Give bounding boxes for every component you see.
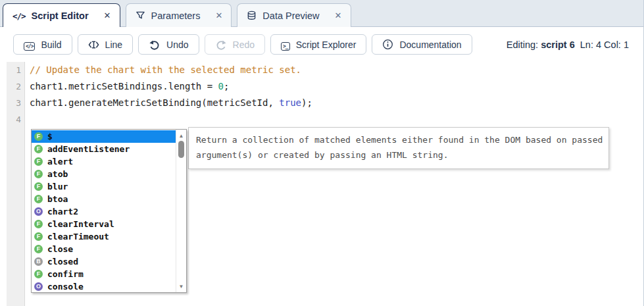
autocomplete-item[interactable]: Fbtoa bbox=[32, 193, 176, 205]
tooltip-line: Return a collection of matched elements … bbox=[196, 132, 601, 147]
token-keyword: true bbox=[279, 97, 301, 108]
toolbar-buttons: </>BuildLineUndoRedo>_Script ExplorerDoc… bbox=[13, 34, 507, 55]
token-plain: chart1.generateMetricSetBinding(metricSe… bbox=[30, 97, 279, 108]
toolbar: </>BuildLineUndoRedo>_Script ExplorerDoc… bbox=[0, 27, 643, 62]
button-label: Script Explorer bbox=[296, 39, 357, 50]
script-explorer-button[interactable]: >_Script Explorer bbox=[270, 34, 366, 55]
scroll-up-button[interactable]: ▲ bbox=[176, 131, 186, 140]
code-line[interactable] bbox=[30, 111, 643, 128]
autocomplete-item[interactable]: Fclose bbox=[32, 243, 176, 255]
close-icon[interactable]: ✕ bbox=[104, 11, 111, 20]
autocomplete-item[interactable]: Fconfirm bbox=[32, 268, 176, 280]
autocomplete-tooltip: Return a collection of matched elements … bbox=[188, 127, 609, 169]
line-number-gutter: 1234 bbox=[7, 62, 25, 306]
tab-label: Data Preview bbox=[262, 11, 319, 21]
button-label: Undo bbox=[166, 39, 188, 50]
autocomplete-item-label: blur bbox=[47, 182, 68, 191]
token-number: 0 bbox=[218, 81, 224, 91]
function-icon: F bbox=[34, 157, 43, 166]
undo-button[interactable]: Undo bbox=[138, 34, 199, 55]
function-icon: F bbox=[34, 132, 43, 141]
autocomplete-item[interactable]: Oconsole bbox=[32, 280, 176, 292]
autocomplete-item-label: console bbox=[47, 282, 84, 292]
tooltip-line: argument(s) or created by passing an HTM… bbox=[196, 147, 601, 163]
token-plain: ; bbox=[224, 81, 229, 91]
function-icon: F bbox=[34, 220, 43, 228]
editing-script-name: script 6 bbox=[541, 39, 575, 50]
line-number: 4 bbox=[7, 111, 21, 128]
function-icon: F bbox=[34, 232, 43, 241]
line-label: Ln: bbox=[575, 39, 596, 50]
autocomplete-item[interactable]: Ochart2 bbox=[32, 205, 176, 218]
button-label: Line bbox=[105, 39, 122, 50]
autocomplete-item-label: confirm bbox=[47, 269, 84, 279]
line-number: 3 bbox=[7, 95, 21, 111]
autocomplete-list: F$FaddEventListenerFalertFatobFblurFbtoa… bbox=[32, 130, 176, 292]
autocomplete-item[interactable]: Bclosed bbox=[32, 255, 176, 268]
line-number: 2 bbox=[7, 78, 21, 95]
autocomplete-item-label: clearInterval bbox=[47, 219, 114, 229]
code-line[interactable]: chart1.metricSetBindings.length = 0; bbox=[30, 78, 643, 95]
tab-label: Script Editor bbox=[32, 11, 89, 21]
col-label: Col: bbox=[601, 39, 624, 50]
autocomplete-item-label: btoa bbox=[47, 194, 68, 204]
editing-status: Editing: script 6 Ln: 4 Col: 1 bbox=[507, 39, 630, 50]
autocomplete-item[interactable]: FclearInterval bbox=[32, 218, 176, 230]
build-icon: </> bbox=[24, 39, 35, 50]
code-line[interactable]: chart1.generateMetricSetBinding(metricSe… bbox=[30, 95, 643, 111]
autocomplete-item-label: addEventListener bbox=[47, 144, 130, 154]
scrollbar-thumb[interactable] bbox=[178, 141, 184, 158]
button-label: Documentation bbox=[399, 39, 461, 50]
autocomplete-item-label: close bbox=[47, 244, 73, 254]
documentation-icon bbox=[382, 39, 393, 50]
build-button[interactable]: </>Build bbox=[13, 34, 72, 55]
filter-icon bbox=[136, 11, 145, 20]
autocomplete-item-label: alert bbox=[47, 157, 73, 166]
col-value: 1 bbox=[624, 39, 629, 50]
scroll-down-button[interactable]: ▼ bbox=[176, 282, 186, 291]
line-icon bbox=[88, 39, 99, 50]
script-editor-window: </>Script Editor✕Parameters✕Data Preview… bbox=[0, 0, 644, 306]
close-icon[interactable]: ✕ bbox=[335, 11, 342, 20]
tab-bar: </>Script Editor✕Parameters✕Data Preview… bbox=[0, 0, 643, 27]
redo-icon bbox=[215, 39, 227, 50]
autocomplete-item[interactable]: Falert bbox=[32, 155, 176, 168]
token-plain: chart1.metricSetBindings.length = bbox=[30, 81, 218, 91]
database-icon bbox=[247, 11, 257, 21]
autocomplete-item[interactable]: Fblur bbox=[32, 180, 176, 193]
tab-parameters[interactable]: Parameters✕ bbox=[126, 3, 232, 27]
editing-label: Editing: bbox=[507, 39, 541, 50]
token-plain: ); bbox=[301, 97, 312, 108]
autocomplete-item[interactable]: FclearTimeout bbox=[32, 230, 176, 243]
autocomplete-item-label: clearTimeout bbox=[47, 232, 109, 242]
undo-icon bbox=[149, 39, 161, 50]
autocomplete-dropdown: F$FaddEventListenerFalertFatobFblurFbtoa… bbox=[31, 129, 187, 293]
script-explorer-icon: >_ bbox=[281, 39, 290, 50]
autocomplete-item[interactable]: F$ bbox=[32, 130, 176, 143]
function-icon: F bbox=[34, 195, 43, 203]
function-icon: F bbox=[34, 245, 43, 253]
function-icon: F bbox=[34, 145, 43, 153]
tab-data-preview[interactable]: Data Preview✕ bbox=[237, 3, 351, 27]
line-number: 1 bbox=[7, 62, 21, 78]
tab-label: Parameters bbox=[151, 11, 201, 21]
autocomplete-item-label: atob bbox=[47, 169, 68, 179]
close-icon[interactable]: ✕ bbox=[215, 11, 222, 20]
boolean-icon: B bbox=[34, 257, 43, 266]
documentation-button[interactable]: Documentation bbox=[372, 34, 472, 55]
code-line[interactable]: // Update the chart with the selected me… bbox=[30, 62, 643, 78]
object-icon: O bbox=[34, 282, 43, 291]
function-icon: F bbox=[34, 182, 43, 191]
line-value: 4 bbox=[596, 39, 601, 50]
button-label: Build bbox=[41, 39, 61, 50]
redo-button[interactable]: Redo bbox=[205, 34, 265, 55]
autocomplete-item-label: $ bbox=[47, 132, 53, 141]
line-button[interactable]: Line bbox=[78, 34, 133, 55]
autocomplete-item-label: chart2 bbox=[47, 207, 78, 217]
autocomplete-item[interactable]: FaddEventListener bbox=[32, 143, 176, 155]
autocomplete-scrollbar[interactable]: ▲ ▼ bbox=[176, 130, 186, 292]
token-comment: // Update the chart with the selected me… bbox=[30, 64, 301, 75]
button-label: Redo bbox=[233, 39, 255, 50]
tab-script-editor[interactable]: </>Script Editor✕ bbox=[3, 3, 120, 27]
autocomplete-item[interactable]: Fatob bbox=[32, 168, 176, 180]
